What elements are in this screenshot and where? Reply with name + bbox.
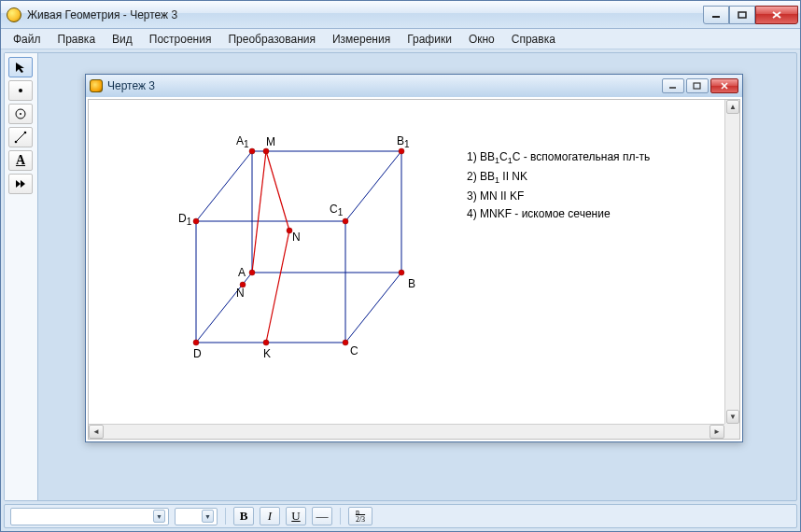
svg-point-4 (19, 89, 22, 92)
menu-file[interactable]: Файл (7, 31, 48, 48)
point-icon (14, 84, 27, 97)
minimize-icon (668, 82, 678, 90)
svg-point-6 (20, 113, 21, 115)
format-toolbar: ▼ ▼ B I U — n2/3 (4, 504, 797, 528)
label-c1: C1 (330, 203, 343, 217)
text-icon: A (16, 153, 25, 168)
menubar: Файл Правка Вид Построения Преобразовани… (1, 29, 800, 49)
svg-point-31 (193, 218, 199, 224)
app-title: Живая Геометрия - Чертеж 3 (27, 8, 703, 21)
line-icon (14, 131, 27, 144)
font-family-combo[interactable]: ▼ (10, 508, 169, 525)
note-line-3: 3) MN II KF (467, 188, 650, 205)
close-icon (771, 10, 782, 20)
label-d: D (193, 347, 202, 360)
svg-line-22 (196, 151, 252, 221)
bold-button[interactable]: B (233, 507, 254, 525)
label-b: B (408, 277, 415, 290)
minus-button[interactable]: — (312, 507, 332, 525)
maximize-icon (738, 11, 747, 19)
svg-line-7 (16, 133, 25, 142)
label-m: M (266, 135, 275, 148)
svg-line-28 (252, 151, 266, 273)
tool-text[interactable]: A (8, 150, 33, 171)
menu-view[interactable]: Вид (105, 31, 139, 48)
app-window: Живая Геометрия - Чертеж 3 Файл Правка В… (0, 0, 801, 532)
mdi-area[interactable]: Чертеж 3 (38, 53, 796, 500)
toolbox: A (5, 53, 38, 500)
svg-point-9 (24, 132, 27, 134)
child-close-button[interactable] (710, 78, 738, 93)
maximize-button[interactable] (729, 6, 755, 24)
arrow-icon (14, 61, 27, 74)
note-line-1: 1) BB1C1C - вспомогательная пл-ть (467, 148, 650, 168)
drawing-canvas[interactable]: A1 M B1 D1 C1 N A N B D K C (89, 100, 724, 424)
svg-point-34 (399, 270, 404, 275)
close-icon (720, 82, 729, 90)
label-d1: D1 (178, 212, 191, 227)
svg-line-23 (345, 151, 401, 221)
label-n-top: N (292, 231, 301, 244)
menu-help[interactable]: Справка (505, 31, 562, 48)
scroll-corner (724, 424, 739, 439)
svg-point-35 (193, 340, 199, 345)
child-titlebar[interactable]: Чертеж 3 (86, 75, 742, 97)
circle-icon (14, 107, 27, 120)
svg-point-29 (249, 148, 255, 154)
note-line-4: 4) MNKF - искомое сечение (467, 205, 650, 223)
svg-line-26 (266, 151, 289, 231)
tool-point[interactable] (8, 80, 33, 101)
font-size-combo[interactable]: ▼ (175, 508, 218, 525)
tool-custom[interactable] (8, 174, 33, 194)
svg-line-24 (345, 273, 401, 343)
italic-button[interactable]: I (260, 507, 280, 525)
vertical-scrollbar[interactable]: ▲ ▼ (724, 100, 739, 424)
label-k: K (263, 347, 271, 360)
child-window: Чертеж 3 (85, 74, 743, 442)
label-c: C (350, 344, 358, 357)
fraction-button[interactable]: n2/3 (348, 507, 372, 525)
child-title: Чертеж 3 (107, 79, 657, 92)
menu-edit[interactable]: Правка (51, 31, 103, 48)
svg-rect-11 (694, 83, 700, 89)
underline-button[interactable]: U (286, 507, 306, 525)
child-minimize-button[interactable] (662, 78, 684, 93)
label-b1: B1 (397, 134, 410, 149)
tool-arrow[interactable] (8, 57, 33, 77)
close-button[interactable] (755, 6, 798, 24)
scroll-up-button[interactable]: ▲ (726, 100, 739, 114)
menu-window[interactable]: Окно (462, 31, 501, 48)
menu-graph[interactable]: Графики (400, 31, 458, 48)
minimize-icon (711, 11, 721, 19)
horizontal-scrollbar[interactable]: ◄ ► (89, 424, 724, 439)
arrows-icon (14, 177, 27, 190)
tool-line[interactable] (8, 127, 33, 147)
label-a1: A1 (236, 134, 249, 149)
note-line-2: 2) BB1 II NK (467, 168, 650, 188)
fraction-icon: n2/3 (356, 509, 365, 524)
dropdown-icon: ▼ (202, 510, 214, 523)
svg-point-8 (15, 141, 18, 144)
scroll-right-button[interactable]: ► (710, 425, 724, 439)
separator (225, 508, 226, 525)
minimize-button[interactable] (703, 6, 729, 24)
scroll-down-button[interactable]: ▼ (726, 410, 739, 424)
workspace: A Чертеж 3 (4, 52, 797, 501)
menu-measure[interactable]: Измерения (326, 31, 397, 48)
svg-point-36 (343, 340, 348, 345)
svg-point-32 (343, 218, 348, 224)
scroll-left-button[interactable]: ◄ (89, 425, 104, 439)
label-a: A (238, 266, 246, 279)
construction-notes: 1) BB1C1C - вспомогательная пл-ть 2) BB1… (467, 148, 650, 223)
menu-construct[interactable]: Построения (143, 31, 218, 48)
doc-icon (90, 79, 103, 92)
titlebar[interactable]: Живая Геометрия - Чертеж 3 (1, 1, 800, 29)
menu-transform[interactable]: Преобразования (221, 31, 322, 48)
label-n-front: N (236, 287, 245, 300)
app-icon (7, 7, 21, 22)
canvas-area: A1 M B1 D1 C1 N A N B D K C (88, 99, 740, 440)
tool-circle[interactable] (8, 104, 33, 124)
child-window-controls (662, 78, 738, 93)
child-maximize-button[interactable] (686, 78, 709, 93)
svg-point-37 (263, 148, 269, 154)
